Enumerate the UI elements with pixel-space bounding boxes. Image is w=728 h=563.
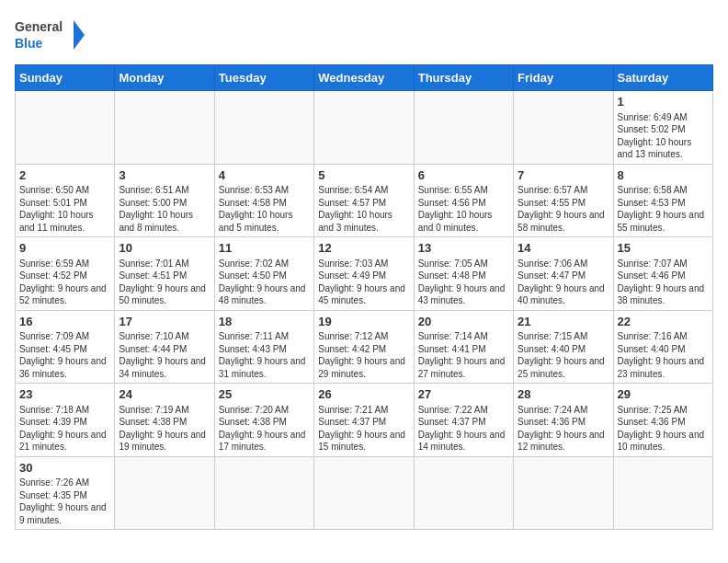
calendar-cell: 26Sunrise: 7:21 AM Sunset: 4:37 PM Dayli… — [314, 384, 414, 457]
calendar-cell: 29Sunrise: 7:25 AM Sunset: 4:36 PM Dayli… — [613, 384, 712, 457]
calendar-cell — [214, 456, 313, 530]
day-info: Sunrise: 7:22 AM Sunset: 4:37 PM Dayligh… — [418, 404, 509, 454]
day-number: 30 — [19, 460, 110, 477]
day-number: 19 — [318, 314, 409, 330]
day-number: 17 — [119, 314, 210, 330]
day-info: Sunrise: 6:57 AM Sunset: 4:55 PM Dayligh… — [518, 184, 609, 234]
day-info: Sunrise: 6:54 AM Sunset: 4:57 PM Dayligh… — [318, 184, 409, 234]
day-number: 18 — [219, 314, 310, 330]
day-number: 27 — [418, 386, 509, 403]
calendar-cell: 7Sunrise: 6:57 AM Sunset: 4:55 PM Daylig… — [514, 164, 613, 237]
day-info: Sunrise: 7:14 AM Sunset: 4:41 PM Dayligh… — [418, 330, 509, 380]
day-number: 5 — [318, 167, 409, 184]
svg-text:General: General — [15, 19, 63, 34]
day-info: Sunrise: 7:19 AM Sunset: 4:38 PM Dayligh… — [119, 404, 210, 454]
weekday-header-monday: Monday — [115, 65, 214, 91]
day-number: 29 — [618, 386, 709, 403]
day-info: Sunrise: 7:16 AM Sunset: 4:40 PM Dayligh… — [618, 330, 709, 380]
svg-text:Blue: Blue — [15, 36, 43, 51]
weekday-header-row: SundayMondayTuesdayWednesdayThursdayFrid… — [16, 65, 713, 91]
day-number: 28 — [518, 386, 609, 403]
day-number: 21 — [518, 314, 609, 330]
weekday-header-saturday: Saturday — [613, 65, 712, 91]
svg-marker-2 — [74, 20, 85, 50]
day-number: 9 — [19, 240, 110, 257]
calendar-cell — [414, 91, 513, 165]
day-number: 14 — [518, 240, 609, 257]
calendar-cell — [613, 456, 712, 530]
calendar-cell: 28Sunrise: 7:24 AM Sunset: 4:36 PM Dayli… — [514, 384, 613, 457]
day-info: Sunrise: 7:24 AM Sunset: 4:36 PM Dayligh… — [518, 404, 609, 454]
weekday-header-thursday: Thursday — [414, 65, 513, 91]
day-number: 10 — [119, 240, 210, 257]
calendar-cell: 22Sunrise: 7:16 AM Sunset: 4:40 PM Dayli… — [613, 310, 712, 384]
day-info: Sunrise: 7:05 AM Sunset: 4:48 PM Dayligh… — [418, 258, 509, 307]
day-info: Sunrise: 7:15 AM Sunset: 4:40 PM Dayligh… — [518, 330, 609, 380]
week-row-3: 16Sunrise: 7:09 AM Sunset: 4:45 PM Dayli… — [16, 310, 713, 384]
calendar-cell: 15Sunrise: 7:07 AM Sunset: 4:46 PM Dayli… — [613, 237, 712, 311]
week-row-0: 1Sunrise: 6:49 AM Sunset: 5:02 PM Daylig… — [16, 91, 713, 165]
calendar-cell: 21Sunrise: 7:15 AM Sunset: 4:40 PM Dayli… — [514, 310, 613, 384]
day-info: Sunrise: 7:21 AM Sunset: 4:37 PM Dayligh… — [318, 404, 409, 454]
calendar-cell — [115, 456, 214, 530]
calendar-cell: 2Sunrise: 6:50 AM Sunset: 5:01 PM Daylig… — [16, 164, 115, 237]
calendar-cell: 6Sunrise: 6:55 AM Sunset: 4:56 PM Daylig… — [414, 164, 513, 237]
day-number: 26 — [318, 386, 409, 403]
calendar-cell — [514, 91, 613, 165]
calendar-cell: 3Sunrise: 6:51 AM Sunset: 5:00 PM Daylig… — [115, 164, 214, 237]
calendar-cell — [514, 456, 613, 530]
day-info: Sunrise: 6:55 AM Sunset: 4:56 PM Dayligh… — [418, 184, 509, 234]
day-info: Sunrise: 7:09 AM Sunset: 4:45 PM Dayligh… — [19, 330, 110, 380]
day-info: Sunrise: 6:53 AM Sunset: 4:58 PM Dayligh… — [219, 184, 310, 234]
calendar-cell: 4Sunrise: 6:53 AM Sunset: 4:58 PM Daylig… — [214, 164, 313, 237]
day-info: Sunrise: 7:06 AM Sunset: 4:47 PM Dayligh… — [518, 258, 609, 307]
day-number: 22 — [618, 314, 709, 330]
week-row-4: 23Sunrise: 7:18 AM Sunset: 4:39 PM Dayli… — [16, 384, 713, 457]
day-number: 23 — [19, 386, 110, 403]
logo: General Blue — [15, 15, 88, 55]
day-info: Sunrise: 7:20 AM Sunset: 4:38 PM Dayligh… — [219, 404, 310, 454]
week-row-1: 2Sunrise: 6:50 AM Sunset: 5:01 PM Daylig… — [16, 164, 713, 237]
calendar-cell — [314, 456, 414, 530]
day-number: 20 — [418, 314, 509, 330]
day-number: 6 — [418, 167, 509, 184]
calendar-cell — [115, 91, 214, 165]
calendar-cell: 5Sunrise: 6:54 AM Sunset: 4:57 PM Daylig… — [314, 164, 414, 237]
day-number: 4 — [219, 167, 310, 184]
day-info: Sunrise: 7:25 AM Sunset: 4:36 PM Dayligh… — [618, 404, 709, 454]
day-number: 15 — [618, 240, 709, 257]
calendar-cell: 12Sunrise: 7:03 AM Sunset: 4:49 PM Dayli… — [314, 237, 414, 311]
calendar-cell — [214, 91, 313, 165]
day-info: Sunrise: 6:58 AM Sunset: 4:53 PM Dayligh… — [618, 184, 709, 234]
day-number: 16 — [19, 314, 110, 330]
calendar-cell: 18Sunrise: 7:11 AM Sunset: 4:43 PM Dayli… — [214, 310, 313, 384]
calendar-cell: 14Sunrise: 7:06 AM Sunset: 4:47 PM Dayli… — [514, 237, 613, 311]
day-number: 25 — [219, 386, 310, 403]
weekday-header-tuesday: Tuesday — [214, 65, 313, 91]
day-number: 24 — [119, 386, 210, 403]
day-number: 8 — [618, 167, 709, 184]
day-info: Sunrise: 7:12 AM Sunset: 4:42 PM Dayligh… — [318, 330, 409, 380]
calendar-cell: 8Sunrise: 6:58 AM Sunset: 4:53 PM Daylig… — [613, 164, 712, 237]
day-info: Sunrise: 6:51 AM Sunset: 5:00 PM Dayligh… — [119, 184, 210, 234]
calendar-cell: 24Sunrise: 7:19 AM Sunset: 4:38 PM Dayli… — [115, 384, 214, 457]
calendar-cell: 19Sunrise: 7:12 AM Sunset: 4:42 PM Dayli… — [314, 310, 414, 384]
calendar-cell: 20Sunrise: 7:14 AM Sunset: 4:41 PM Dayli… — [414, 310, 513, 384]
calendar-cell — [314, 91, 414, 165]
calendar-cell: 30Sunrise: 7:26 AM Sunset: 4:35 PM Dayli… — [16, 456, 115, 530]
calendar-cell: 23Sunrise: 7:18 AM Sunset: 4:39 PM Dayli… — [16, 384, 115, 457]
day-info: Sunrise: 7:18 AM Sunset: 4:39 PM Dayligh… — [19, 404, 110, 454]
calendar-cell: 16Sunrise: 7:09 AM Sunset: 4:45 PM Dayli… — [16, 310, 115, 384]
calendar-cell: 1Sunrise: 6:49 AM Sunset: 5:02 PM Daylig… — [613, 91, 712, 165]
calendar-table: SundayMondayTuesdayWednesdayThursdayFrid… — [15, 64, 713, 530]
weekday-header-sunday: Sunday — [16, 65, 115, 91]
weekday-header-wednesday: Wednesday — [314, 65, 414, 91]
week-row-2: 9Sunrise: 6:59 AM Sunset: 4:52 PM Daylig… — [16, 237, 713, 311]
day-number: 12 — [318, 240, 409, 257]
day-info: Sunrise: 7:10 AM Sunset: 4:44 PM Dayligh… — [119, 330, 210, 380]
day-number: 7 — [518, 167, 609, 184]
page-header: General Blue — [15, 15, 713, 55]
day-number: 3 — [119, 167, 210, 184]
calendar-cell: 9Sunrise: 6:59 AM Sunset: 4:52 PM Daylig… — [16, 237, 115, 311]
calendar-cell: 10Sunrise: 7:01 AM Sunset: 4:51 PM Dayli… — [115, 237, 214, 311]
